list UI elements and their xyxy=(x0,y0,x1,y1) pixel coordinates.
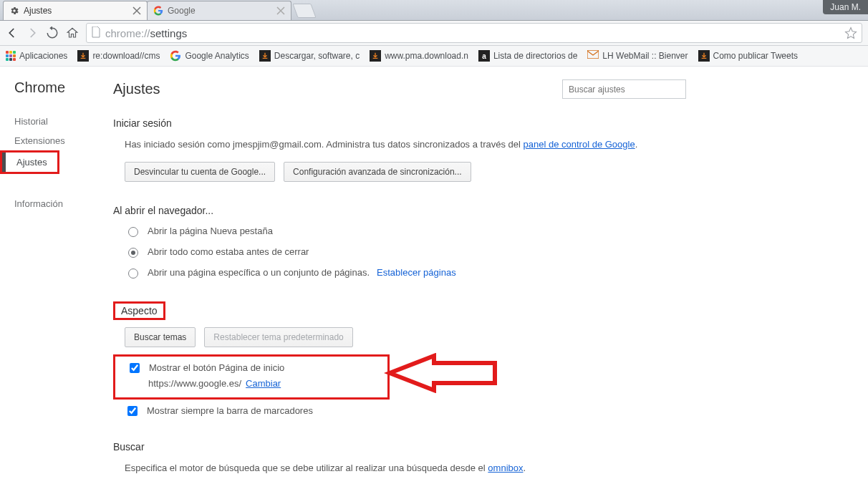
show-bookmarks-bar-checkbox-row[interactable]: Mostrar siempre la barra de marcadores xyxy=(113,404,686,418)
section-title: Buscar xyxy=(113,441,686,453)
section-title: Al abrir el navegador... xyxy=(113,205,686,216)
set-pages-link[interactable]: Establecer páginas xyxy=(377,267,456,278)
section-title: Aspecto xyxy=(121,305,158,316)
annotation-arrow-icon xyxy=(384,353,498,393)
apps-label: Aplicaciones xyxy=(19,51,67,61)
bookmark-item[interactable]: a Lista de directorios de xyxy=(478,50,577,62)
google-icon xyxy=(153,6,163,16)
svg-rect-0 xyxy=(587,50,599,59)
checkbox-input[interactable] xyxy=(127,406,138,416)
tab-title: Google xyxy=(168,6,272,16)
bookmark-item[interactable]: Descargar, software, c xyxy=(259,50,360,62)
startup-newtab-option[interactable]: Abrir la página Nueva pestaña xyxy=(125,225,686,237)
page-icon xyxy=(91,26,101,40)
url-text: chrome://settings xyxy=(105,27,187,39)
tab-title: Ajustes xyxy=(24,6,128,16)
browse-themes-button[interactable]: Buscar temas xyxy=(125,327,196,347)
download-icon xyxy=(77,50,89,62)
startup-restore-option[interactable]: Abrir todo como estaba antes de cerrar xyxy=(125,246,686,258)
sidebar-item-settings[interactable]: Ajustes xyxy=(2,153,57,172)
section-search: Buscar Especifica el motor de búsqueda q… xyxy=(113,441,686,480)
tab-google[interactable]: Google xyxy=(147,1,291,20)
radio-input[interactable] xyxy=(128,268,138,279)
reset-theme-button[interactable]: Restablecer tema predeterminado xyxy=(204,327,352,347)
page-title: Ajustes xyxy=(113,81,160,97)
google-panel-link[interactable]: panel de control de Google xyxy=(524,139,635,150)
omnibox-link[interactable]: omnibox xyxy=(488,463,523,473)
section-title: Iniciar sesión xyxy=(113,117,686,129)
close-icon[interactable] xyxy=(132,6,141,15)
back-button[interactable] xyxy=(6,26,19,39)
section-appearance: Aspecto Buscar temas Restablecer tema pr… xyxy=(113,301,686,418)
gear-icon xyxy=(9,6,19,16)
bookmark-item[interactable]: re:download//cms xyxy=(77,50,160,62)
signin-text: Has iniciado sesión como jmespjim@gmail.… xyxy=(113,137,686,152)
user-badge[interactable]: Juan M. xyxy=(823,0,868,14)
settings-sidebar: Chrome Historial Extensiones Ajustes Inf… xyxy=(0,67,107,479)
sidebar-item-about[interactable]: Información xyxy=(0,194,107,213)
search-settings-input[interactable] xyxy=(562,79,686,99)
startup-specific-option[interactable]: Abrir una página específica o un conjunt… xyxy=(125,266,686,279)
tab-settings[interactable]: Ajustes xyxy=(3,1,148,20)
forward-button[interactable] xyxy=(26,26,39,39)
bookmarks-bar: Aplicaciones re:download//cms Google Ana… xyxy=(0,46,868,67)
checkbox-input[interactable] xyxy=(130,363,140,373)
home-button[interactable] xyxy=(66,26,79,39)
bookmark-item[interactable]: Google Analytics xyxy=(170,50,249,62)
download-icon xyxy=(370,50,381,62)
advanced-sync-button[interactable]: Configuración avanzada de sincronización… xyxy=(284,162,471,182)
apps-grid-icon xyxy=(6,51,16,61)
home-url-value: https://www.google.es/ xyxy=(148,378,241,389)
sidebar-item-history[interactable]: Historial xyxy=(0,112,107,131)
sidebar-item-extensions[interactable]: Extensiones xyxy=(0,131,107,150)
download-icon xyxy=(259,50,271,62)
settings-page: Chrome Historial Extensiones Ajustes Inf… xyxy=(0,67,868,479)
radio-input[interactable] xyxy=(128,248,138,258)
change-home-link[interactable]: Cambiar xyxy=(246,378,281,389)
search-desc: Especifica el motor de búsqueda que se d… xyxy=(113,461,686,475)
radio-input[interactable] xyxy=(128,227,138,237)
show-home-button-checkbox-row[interactable]: Mostrar el botón Página de inicio xyxy=(115,361,387,375)
section-startup: Al abrir el navegador... Abrir la página… xyxy=(113,205,686,279)
settings-content: Ajustes Iniciar sesión Has iniciado sesi… xyxy=(107,67,729,479)
address-bar[interactable]: chrome://settings xyxy=(86,23,862,43)
unlink-account-button[interactable]: Desvincular tu cuenta de Google... xyxy=(125,162,275,182)
bookmark-item[interactable]: www.pma.download.n xyxy=(370,50,468,62)
folder-icon: a xyxy=(478,50,490,62)
mail-icon xyxy=(587,50,599,62)
bookmark-item[interactable]: Como publicar Tweets xyxy=(698,50,799,62)
tab-strip: Ajustes Google Juan M. xyxy=(0,0,868,21)
reload-button[interactable] xyxy=(46,26,59,39)
apps-button[interactable]: Aplicaciones xyxy=(6,51,67,61)
section-signin: Iniciar sesión Has iniciado sesión como … xyxy=(113,117,686,182)
download-icon xyxy=(698,50,710,62)
bookmark-star-icon[interactable] xyxy=(844,26,857,39)
chrome-brand: Chrome xyxy=(14,79,107,96)
google-icon xyxy=(170,50,181,62)
bookmark-item[interactable]: LH WebMail :: Bienver xyxy=(587,50,688,62)
new-tab-button[interactable] xyxy=(292,4,316,18)
close-icon[interactable] xyxy=(276,6,285,15)
nav-toolbar: chrome://settings xyxy=(0,21,868,46)
